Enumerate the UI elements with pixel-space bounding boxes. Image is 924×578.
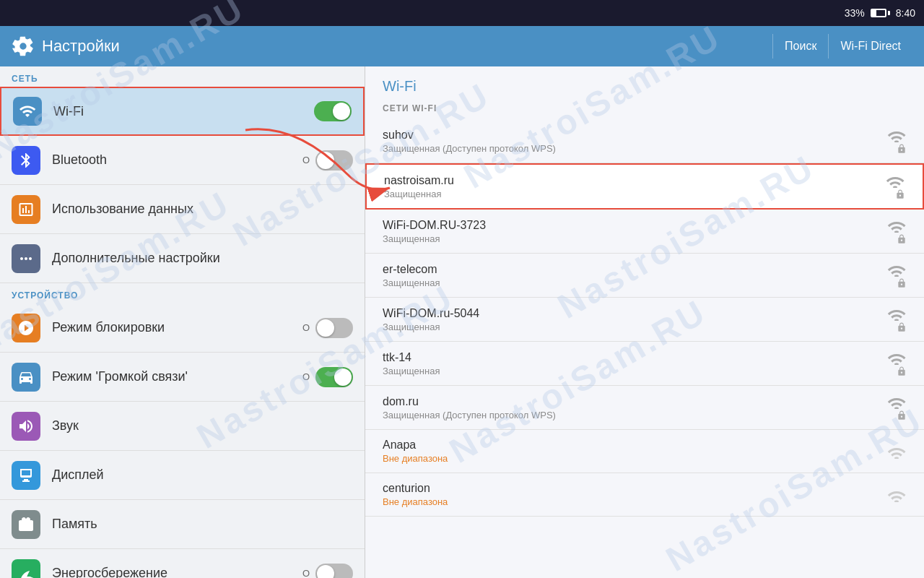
wifi-signal-icon-3 bbox=[886, 262, 907, 288]
network-item-8[interactable]: centurionВне диапазона bbox=[365, 473, 924, 517]
network-name-5: ttk-14 bbox=[383, 351, 881, 364]
network-item-3[interactable]: er-telecomЗащищенная bbox=[365, 254, 924, 298]
battery-percent: 33% bbox=[845, 7, 865, 19]
wifi-signal-icon-0 bbox=[886, 128, 907, 154]
main-layout: СЕТЬ Wi-Fi Bluetooth О bbox=[0, 66, 924, 578]
network-status-7: Вне диапазона bbox=[383, 453, 881, 464]
wifi-direct-button[interactable]: Wi-Fi Direct bbox=[828, 34, 912, 59]
block-toggle[interactable] bbox=[315, 318, 353, 338]
wifi-signal-icon-8 bbox=[886, 488, 907, 502]
more-icon bbox=[12, 244, 40, 273]
block-toggle-container[interactable]: О bbox=[302, 318, 353, 338]
bluetooth-icon bbox=[12, 146, 40, 175]
wifi-icon bbox=[13, 97, 42, 126]
wifi-signal-icon-1 bbox=[885, 173, 905, 199]
wifi-section-label: СЕТИ WI-FI bbox=[365, 100, 924, 119]
network-info-8: centurionВне диапазона bbox=[383, 482, 881, 507]
sidebar-item-memory[interactable]: Память bbox=[0, 500, 365, 549]
bluetooth-toggle-container[interactable]: О bbox=[302, 150, 353, 171]
sidebar-wifi-label: Wi-Fi bbox=[53, 104, 308, 119]
search-button[interactable]: Поиск bbox=[772, 34, 828, 59]
car-toggle[interactable] bbox=[315, 367, 353, 387]
network-name-7: Anapa bbox=[383, 439, 881, 452]
sidebar-display-label: Дисплей bbox=[52, 467, 353, 483]
power-icon bbox=[12, 559, 40, 579]
sidebar-item-bluetooth[interactable]: Bluetooth О bbox=[0, 136, 365, 185]
sidebar-item-power[interactable]: Энергосбережение О bbox=[0, 549, 365, 578]
memory-icon bbox=[12, 510, 40, 539]
battery-icon bbox=[871, 9, 890, 17]
network-info-6: dom.ruЗащищенная (Доступен протокол WPS) bbox=[383, 395, 881, 420]
wifi-toggle[interactable] bbox=[314, 101, 352, 121]
top-bar-actions: Поиск Wi-Fi Direct bbox=[772, 34, 912, 59]
network-name-1: nastroisam.ru bbox=[384, 174, 879, 187]
network-name-6: dom.ru bbox=[383, 395, 881, 408]
sidebar: СЕТЬ Wi-Fi Bluetooth О bbox=[0, 66, 365, 578]
network-name-8: centurion bbox=[383, 482, 881, 495]
sidebar-car-label: Режим 'Громкой связи' bbox=[52, 369, 302, 384]
network-name-2: WiFi-DOM.RU-3723 bbox=[383, 219, 881, 232]
network-name-3: er-telecom bbox=[383, 263, 881, 276]
wifi-signal-icon-2 bbox=[886, 218, 907, 244]
sidebar-item-data[interactable]: Использование данных bbox=[0, 185, 365, 234]
block-icon bbox=[12, 314, 40, 342]
sidebar-item-car[interactable]: Режим 'Громкой связи' О bbox=[0, 353, 365, 402]
network-item-6[interactable]: dom.ruЗащищенная (Доступен протокол WPS) bbox=[365, 386, 924, 430]
network-status-4: Защищенная bbox=[383, 322, 881, 332]
network-item-5[interactable]: ttk-14Защищенная bbox=[365, 342, 924, 386]
sidebar-block-label: Режим блокировки bbox=[52, 320, 302, 335]
gear-icon bbox=[12, 35, 35, 58]
clock: 8:40 bbox=[896, 7, 915, 19]
network-status-0: Защищенная (Доступен протокол WPS) bbox=[383, 143, 881, 154]
sidebar-item-sound[interactable]: Звук bbox=[0, 402, 365, 451]
sound-icon bbox=[12, 412, 40, 441]
bluetooth-toggle-off-label: О bbox=[302, 155, 310, 165]
network-name-0: suhov bbox=[383, 129, 881, 142]
network-status-6: Защищенная (Доступен протокол WPS) bbox=[383, 410, 881, 420]
car-icon bbox=[12, 363, 40, 392]
display-icon bbox=[12, 461, 40, 490]
wifi-signal-icon-5 bbox=[886, 350, 907, 376]
power-toggle-container[interactable]: О bbox=[302, 564, 353, 579]
top-bar: Настройки Поиск Wi-Fi Direct bbox=[0, 26, 924, 66]
wifi-signal-icon-7 bbox=[886, 444, 907, 459]
network-item-1[interactable]: nastroisam.ruЗащищенная bbox=[365, 163, 924, 210]
network-item-0[interactable]: suhovЗащищенная (Доступен протокол WPS) bbox=[365, 119, 924, 163]
network-status-8: Вне диапазона bbox=[383, 496, 881, 507]
network-status-2: Защищенная bbox=[383, 233, 881, 244]
network-info-0: suhovЗащищенная (Доступен протокол WPS) bbox=[383, 129, 881, 154]
sidebar-memory-label: Память bbox=[52, 517, 353, 532]
network-item-7[interactable]: AnapaВне диапазона bbox=[365, 430, 924, 473]
power-toggle[interactable] bbox=[315, 564, 353, 579]
wifi-signal-icon-6 bbox=[886, 394, 907, 420]
network-status-1: Защищенная bbox=[384, 189, 879, 199]
sidebar-bluetooth-label: Bluetooth bbox=[52, 152, 302, 168]
network-item-2[interactable]: WiFi-DOM.RU-3723Защищенная bbox=[365, 210, 924, 254]
network-info-4: WiFi-DOM.ru-5044Защищенная bbox=[383, 307, 881, 332]
wifi-panel-title: Wi-Fi bbox=[365, 66, 924, 100]
sidebar-item-more[interactable]: Дополнительные настройки bbox=[0, 234, 365, 283]
page-title: Настройки bbox=[12, 35, 772, 58]
network-list: suhovЗащищенная (Доступен протокол WPS) … bbox=[365, 119, 924, 517]
wifi-toggle-container[interactable] bbox=[308, 101, 352, 121]
sidebar-item-display[interactable]: Дисплей bbox=[0, 451, 365, 500]
network-info-7: AnapaВне диапазона bbox=[383, 439, 881, 464]
network-info-3: er-telecomЗащищенная bbox=[383, 263, 881, 288]
network-name-4: WiFi-DOM.ru-5044 bbox=[383, 307, 881, 320]
sidebar-data-label: Использование данных bbox=[52, 202, 353, 217]
car-toggle-container[interactable]: О bbox=[302, 367, 353, 387]
data-icon bbox=[12, 195, 40, 224]
sidebar-item-wifi[interactable]: Wi-Fi bbox=[0, 87, 365, 136]
network-info-2: WiFi-DOM.RU-3723Защищенная bbox=[383, 219, 881, 244]
sidebar-power-label: Энергосбережение bbox=[52, 566, 302, 578]
sidebar-item-block[interactable]: Режим блокировки О bbox=[0, 303, 365, 353]
bluetooth-toggle[interactable] bbox=[315, 150, 353, 171]
sidebar-sound-label: Звук bbox=[52, 418, 353, 434]
network-status-3: Защищенная bbox=[383, 277, 881, 288]
network-info-5: ttk-14Защищенная bbox=[383, 351, 881, 376]
network-item-4[interactable]: WiFi-DOM.ru-5044Защищенная bbox=[365, 298, 924, 342]
network-info-1: nastroisam.ruЗащищенная bbox=[384, 174, 879, 199]
section-net-label: СЕТЬ bbox=[0, 66, 365, 87]
network-status-5: Защищенная bbox=[383, 366, 881, 376]
wifi-signal-icon-4 bbox=[886, 306, 907, 332]
